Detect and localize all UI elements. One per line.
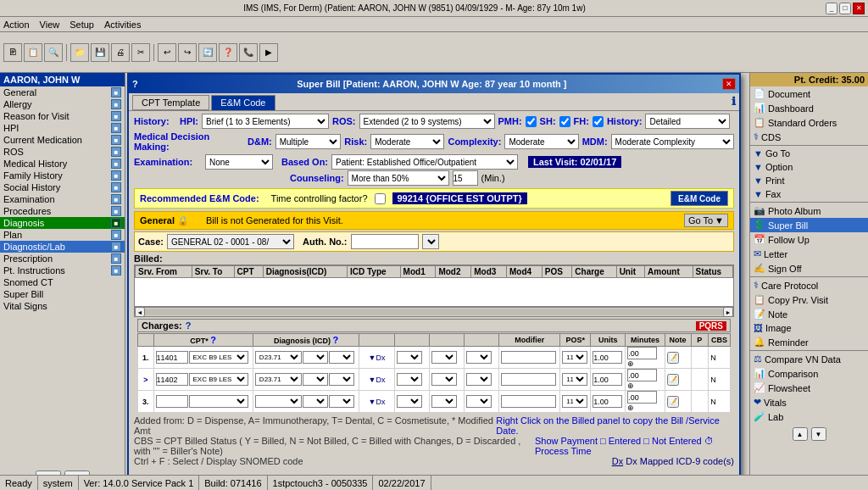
- sidebar-item-medical-history[interactable]: Medical History■: [0, 158, 125, 170]
- time-checkbox[interactable]: [375, 193, 386, 204]
- row1-modifier-input[interactable]: [501, 351, 556, 364]
- row1-sel6[interactable]: [431, 351, 457, 364]
- dm-select[interactable]: Multiple: [275, 134, 342, 149]
- row3-sel5[interactable]: [397, 395, 422, 408]
- row1-note[interactable]: 📝: [665, 347, 691, 369]
- counseling-min-input[interactable]: [453, 170, 478, 186]
- row1-cpt-select[interactable]: EXC B9 LES MRGN XCP SK: [189, 351, 248, 364]
- row2-modifier-input[interactable]: [501, 373, 556, 386]
- row2-cpt-input[interactable]: [156, 373, 188, 386]
- row2-col5[interactable]: [394, 369, 429, 391]
- minimize-btn[interactable]: _: [826, 3, 837, 14]
- question-icon[interactable]: ?: [132, 79, 138, 89]
- row2-cpt-select[interactable]: EXC B9 LES MRGN XCP SK: [189, 373, 248, 386]
- row2-col7[interactable]: [464, 369, 498, 391]
- row2-pos-select[interactable]: 11: [562, 373, 587, 386]
- row2-sel6[interactable]: [431, 373, 457, 386]
- row3-icd[interactable]: [253, 391, 359, 413]
- row3-col5[interactable]: [394, 391, 429, 413]
- sidebar-item-procedures[interactable]: Procedures■: [0, 205, 125, 217]
- right-item-vitals[interactable]: ❤ Vitals: [750, 395, 868, 409]
- auth-select[interactable]: ▼: [422, 234, 439, 249]
- sidebar-item-plan[interactable]: Plan■: [0, 229, 125, 241]
- case-select[interactable]: GENERAL 02 - 0001 - 08/: [167, 234, 294, 249]
- sidebar-item-hpi[interactable]: HPI■: [0, 122, 125, 134]
- row3-sel7[interactable]: [466, 395, 492, 408]
- sh-checkbox[interactable]: [559, 116, 570, 127]
- sidebar-item-snomed[interactable]: Snomed CT: [0, 276, 125, 288]
- row1-units-input[interactable]: [593, 351, 622, 364]
- row2-icd2[interactable]: [303, 373, 328, 386]
- row3-p[interactable]: [691, 391, 709, 413]
- toolbar-btn-11[interactable]: ❓: [219, 43, 237, 62]
- row3-minutes[interactable]: ⊕: [626, 391, 665, 413]
- based-on-select[interactable]: Patient: Established Office/Outpatient: [331, 154, 518, 170]
- row3-pos-select[interactable]: 11: [562, 395, 587, 408]
- app-close-btn[interactable]: ✕: [853, 3, 865, 14]
- hpi-select[interactable]: Brief (1 to 3 Elements): [202, 114, 329, 129]
- right-item-comparison[interactable]: 📊 Comparison: [750, 366, 868, 381]
- row2-sel7[interactable]: [466, 373, 492, 386]
- maximize-btn[interactable]: □: [839, 3, 851, 14]
- row1-minutes-input[interactable]: [627, 347, 657, 359]
- row2-modifier[interactable]: [499, 369, 560, 391]
- right-item-cds[interactable]: ⚕ CDS: [750, 130, 868, 144]
- sidebar-item-ros[interactable]: ROS■: [0, 146, 125, 158]
- right-item-standard-orders[interactable]: 📋 Standard Orders: [750, 115, 868, 130]
- row1-icd-select[interactable]: D23.71: [255, 351, 302, 364]
- right-item-note[interactable]: 📝 Note: [750, 307, 868, 321]
- row2-units[interactable]: [591, 369, 626, 391]
- row1-minutes[interactable]: ⊕: [626, 347, 665, 369]
- right-item-photo[interactable]: 📷 Photo Album: [750, 203, 868, 218]
- row1-note-btn[interactable]: 📝: [667, 352, 679, 364]
- row1-icd[interactable]: D23.71: [253, 347, 359, 369]
- right-item-dashboard[interactable]: 📊 Dashboard: [750, 101, 868, 115]
- right-item-image[interactable]: 🖼 Image: [750, 321, 868, 335]
- goto-btn[interactable]: Go To ▼: [684, 214, 728, 227]
- row3-col7[interactable]: [464, 391, 498, 413]
- right-item-document[interactable]: 📄 Document: [750, 86, 868, 101]
- row1-cpt[interactable]: EXC B9 LES MRGN XCP SK: [153, 347, 253, 369]
- right-item-signoff[interactable]: ✍ Sign Off: [750, 261, 868, 276]
- row2-minutes[interactable]: ⊕: [626, 369, 665, 391]
- sidebar-item-superbill[interactable]: Super Bill: [0, 288, 125, 300]
- info-icon[interactable]: ℹ: [732, 95, 736, 110]
- row3-note[interactable]: 📝: [665, 391, 691, 413]
- menu-view[interactable]: View: [40, 19, 60, 30]
- pmh-checkbox[interactable]: [526, 116, 537, 127]
- row2-icd[interactable]: D23.71: [253, 369, 359, 391]
- right-item-copy-prv[interactable]: 📋 Copy Prv. Visit: [750, 292, 868, 307]
- toolbar-btn-7[interactable]: ✂: [131, 43, 150, 62]
- toolbar-btn-1[interactable]: 🖹: [3, 43, 22, 62]
- row1-sel5[interactable]: [397, 351, 422, 364]
- row1-units[interactable]: [591, 347, 626, 369]
- sidebar-item-family-history[interactable]: Family History■: [0, 170, 125, 181]
- toolbar-btn-2[interactable]: 📋: [24, 43, 42, 62]
- row3-pos[interactable]: 11: [560, 391, 591, 413]
- row1-modifier[interactable]: [499, 347, 560, 369]
- sidebar-item-reason[interactable]: Reason for Visit■: [0, 110, 125, 122]
- auth-input[interactable]: [351, 234, 419, 249]
- sidebar-item-vitals[interactable]: Vital Signs: [0, 300, 125, 312]
- toolbar-btn-6[interactable]: 🖨: [111, 43, 130, 62]
- right-item-care-protocol[interactable]: ⚕ Care Protocol: [750, 278, 868, 292]
- row2-col6[interactable]: [429, 369, 464, 391]
- right-item-flowsheet[interactable]: 📈 Flowsheet: [750, 381, 868, 395]
- row3-cpt-select[interactable]: [189, 395, 248, 408]
- right-item-letter[interactable]: ✉ Letter: [750, 247, 868, 261]
- row3-modifier[interactable]: [499, 391, 560, 413]
- row2-icd-select[interactable]: D23.71: [255, 373, 302, 386]
- row3-modifier-input[interactable]: [501, 395, 556, 408]
- row2-cpt[interactable]: EXC B9 LES MRGN XCP SK: [153, 369, 253, 391]
- right-item-print[interactable]: ▼ Print: [750, 174, 868, 187]
- row1-pos-select[interactable]: 11: [562, 351, 587, 364]
- row1-col5[interactable]: [394, 347, 429, 369]
- row1-icd3[interactable]: [329, 351, 354, 364]
- row3-icd-select[interactable]: [255, 395, 302, 408]
- tab-em-code[interactable]: E&M Code: [211, 95, 275, 110]
- row2-p[interactable]: [691, 369, 709, 391]
- charges-question[interactable]: ?: [186, 320, 192, 331]
- row1-cpt-input[interactable]: [156, 351, 188, 364]
- right-scroll-down-btn[interactable]: ▼: [811, 427, 826, 441]
- row1-p[interactable]: [691, 347, 709, 369]
